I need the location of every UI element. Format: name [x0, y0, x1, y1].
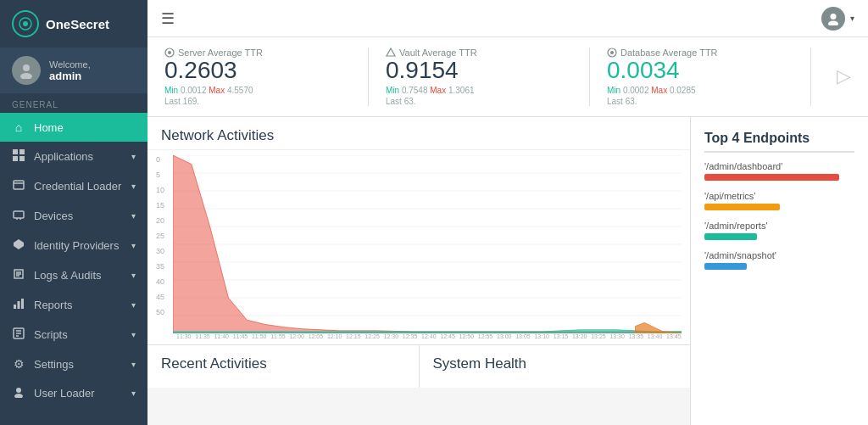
sidebar-item-label: User Loader: [34, 387, 123, 400]
chart-y-axis: 5045403530 2520151050: [156, 155, 173, 316]
svg-point-3: [20, 73, 32, 79]
stat-value: 0.0034: [607, 58, 793, 84]
sidebar-item-label: Home: [34, 121, 136, 134]
reports-icon: [12, 298, 25, 312]
svg-point-29: [168, 51, 171, 54]
play-button-area: ▷: [828, 48, 851, 106]
hamburger-button[interactable]: ☰: [161, 9, 175, 28]
sidebar-item-label: Reports: [34, 299, 123, 311]
chevron-icon: ▾: [131, 241, 136, 250]
chart-plot: [173, 155, 682, 333]
endpoints-title: Top 4 Endpoints: [704, 131, 854, 153]
svg-point-31: [610, 51, 614, 54]
sidebar-item-user-loader[interactable]: User Loader ▾: [0, 378, 147, 408]
svg-point-25: [14, 394, 23, 398]
chevron-icon: ▾: [131, 271, 136, 280]
endpoint-name: '/admin/reports': [704, 221, 854, 231]
svg-rect-18: [18, 301, 20, 309]
chevron-icon: ▾: [131, 182, 136, 191]
stat-last: Last 63.: [607, 97, 793, 106]
sidebar-item-devices[interactable]: Devices ▾: [0, 201, 147, 231]
dashboard-body: Network Activities 5045403530 2520151050: [147, 117, 868, 425]
svg-rect-5: [19, 149, 25, 154]
svg-point-26: [831, 14, 837, 20]
chart-wrapper: 5045403530 2520151050: [156, 155, 682, 333]
chevron-icon: ▾: [131, 211, 136, 221]
sidebar-item-logs-audits[interactable]: Logs & Audits ▾: [0, 260, 147, 290]
endpoint-name: '/api/metrics': [704, 191, 854, 201]
svg-point-27: [828, 20, 838, 25]
username: admin: [49, 70, 91, 82]
bottom-sections: Recent Activities System Health: [147, 344, 690, 388]
section-label: GENERAL: [0, 93, 147, 113]
app-name: OneSecret: [46, 17, 109, 31]
chevron-icon: ▾: [131, 389, 136, 398]
left-panel: Network Activities 5045403530 2520151050: [147, 117, 690, 425]
user-profile: Welcome, admin: [0, 48, 147, 93]
svg-rect-19: [21, 299, 24, 309]
sidebar-item-reports[interactable]: Reports ▾: [0, 290, 147, 320]
sidebar-item-applications[interactable]: Applications ▾: [0, 142, 147, 171]
play-button[interactable]: ▷: [837, 65, 851, 87]
settings-icon: ⚙: [12, 357, 25, 371]
system-health-title: System Health: [433, 355, 677, 372]
sidebar-item-credential-loader[interactable]: Credential Loader ▾: [0, 171, 147, 201]
chart-x-axis: 11:3011:3511:4011:4511:50 11:5512:0012:0…: [156, 333, 682, 341]
chevron-icon: ▾: [131, 300, 136, 310]
sidebar-item-label: Scripts: [34, 328, 123, 341]
logs-audits-icon: [12, 268, 25, 282]
chart-container: 5045403530 2520151050: [147, 150, 690, 344]
endpoint-item: '/admin/dashboard': [704, 161, 854, 181]
chart-svg: [173, 155, 682, 333]
sidebar-item-label: Identity Providers: [34, 239, 123, 252]
network-activities-section: Network Activities 5045403530 2520151050: [147, 117, 690, 344]
chevron-icon: ▾: [131, 330, 136, 339]
endpoint-name: '/admin/dashboard': [704, 161, 854, 171]
stat-meta: Min 0.7548 Max 1.3061: [386, 86, 572, 95]
svg-rect-10: [14, 211, 24, 218]
endpoint-bar: [704, 263, 747, 270]
network-activities-title: Network Activities: [147, 117, 690, 150]
stat-last: Last 169.: [164, 97, 351, 106]
topbar-right: ▾: [821, 7, 854, 31]
main-content: ☰ ▾ Server Average TTR 0.2603 Min 0.0012…: [147, 0, 868, 425]
welcome-text: Welcome,: [49, 59, 91, 70]
svg-point-24: [16, 388, 21, 393]
svg-rect-4: [13, 149, 18, 154]
endpoint-bar: [704, 174, 839, 181]
sidebar-item-home[interactable]: ⌂ Home: [0, 113, 147, 142]
svg-marker-13: [14, 239, 24, 249]
svg-rect-7: [19, 156, 25, 161]
logo-area: OneSecret: [0, 0, 147, 48]
stat-last: Last 63.: [386, 97, 572, 106]
stat-meta: Min 0.0002 Max 0.0285: [607, 86, 793, 95]
sidebar-item-settings[interactable]: ⚙ Settings ▾: [0, 350, 147, 378]
svg-rect-6: [13, 156, 18, 161]
sidebar-item-identity-providers[interactable]: Identity Providers ▾: [0, 231, 147, 260]
home-icon: ⌂: [12, 120, 25, 134]
sidebar-item-label: Settings: [34, 358, 123, 371]
svg-point-2: [23, 64, 30, 71]
stat-database-ttr: Database Average TTR 0.0034 Min 0.0002 M…: [607, 48, 811, 106]
stat-meta: Min 0.0012 Max 4.5570: [164, 86, 351, 95]
avatar: [12, 56, 41, 85]
recent-activities-title: Recent Activities: [161, 355, 405, 372]
endpoint-item: '/admin/reports': [704, 221, 854, 240]
credential-loader-icon: [12, 179, 25, 193]
right-panel: Top 4 Endpoints '/admin/dashboard' '/api…: [690, 117, 868, 425]
scripts-icon: [12, 327, 25, 342]
devices-icon: [12, 209, 25, 223]
sidebar-item-label: Logs & Audits: [34, 269, 123, 282]
stats-bar: Server Average TTR 0.2603 Min 0.0012 Max…: [147, 37, 868, 117]
svg-rect-8: [14, 181, 24, 189]
endpoint-bar: [704, 204, 780, 210]
user-info: Welcome, admin: [49, 59, 91, 82]
chevron-icon: ▾: [131, 152, 136, 161]
endpoint-name: '/admin/snapshot': [704, 250, 854, 260]
topbar-chevron-icon[interactable]: ▾: [850, 14, 854, 23]
topbar-user-icon[interactable]: [821, 7, 845, 31]
endpoint-item: '/api/metrics': [704, 191, 854, 210]
sidebar-item-scripts[interactable]: Scripts ▾: [0, 320, 147, 350]
recent-activities-section: Recent Activities: [147, 345, 420, 388]
applications-icon: [12, 149, 25, 164]
